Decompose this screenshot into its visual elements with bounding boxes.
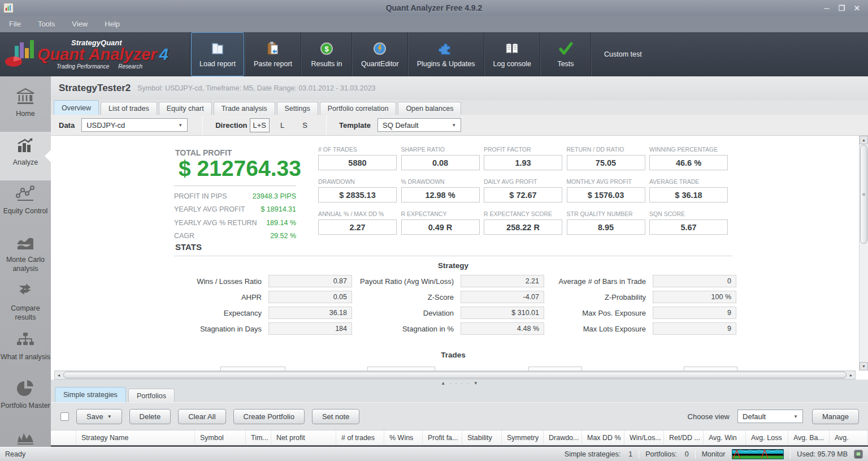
tab-simple-strategies[interactable]: Simple strategies <box>55 387 126 402</box>
column-header[interactable]: Avg. <box>830 430 868 445</box>
tab-portfolios[interactable]: Portfolios <box>128 389 175 402</box>
tab-settings[interactable]: Settings <box>277 102 318 115</box>
sidebar-item-portfolio-master[interactable]: Portfolio Master <box>0 375 51 424</box>
report-tab-bar: Overview List of trades Equity chart Tra… <box>51 100 868 115</box>
column-header[interactable]: Symbol <box>195 430 246 445</box>
horizontal-scrollbar[interactable]: ◄ ► <box>54 370 856 380</box>
tab-portfolio-correlation[interactable]: Portfolio correlation <box>320 102 397 115</box>
direction-option-long-short[interactable]: L+S <box>250 118 270 132</box>
metric-cell: PROFIT FACTOR1.93 <box>484 146 567 170</box>
set-note-button[interactable]: Set note <box>312 409 359 424</box>
direction-option-short[interactable]: S <box>297 119 313 131</box>
vertical-scrollbar[interactable]: ▲ ▼ <box>859 136 868 370</box>
column-header[interactable]: Symmetry <box>502 430 544 445</box>
scrollbar-thumb[interactable] <box>63 372 847 378</box>
column-header[interactable]: Strategy Name <box>76 430 195 445</box>
menu-item-view[interactable]: View <box>72 20 88 28</box>
save-button[interactable]: Save ▼ <box>76 409 122 424</box>
compare-arrows-icon <box>16 283 35 300</box>
template-select[interactable]: SQ Default ▼ <box>377 118 461 132</box>
sidebar-item-home[interactable]: Home <box>0 83 51 132</box>
scroll-left-button[interactable]: ◄ <box>55 371 63 379</box>
garbage-collect-icon[interactable] <box>853 450 863 459</box>
total-profit-value: $ 212764.33 <box>179 156 301 181</box>
custom-test-label[interactable]: Custom test <box>592 32 654 76</box>
divider <box>174 186 296 186</box>
tab-trade-analysis[interactable]: Trade analysis <box>214 102 275 115</box>
scroll-down-button[interactable]: ▼ <box>860 362 868 370</box>
summary-row: PROFIT IN PIPS 23948.3 PIPS <box>174 189 296 203</box>
sidebar-item-partial[interactable] <box>0 424 51 447</box>
tab-overview[interactable]: Overview <box>54 100 99 115</box>
column-header[interactable]: Net profit <box>271 430 336 445</box>
panel-splitter[interactable]: ▲ · · · · ▼ <box>51 380 868 387</box>
sidebar-item-equity-control[interactable]: Equity Control <box>0 180 51 229</box>
column-header[interactable]: Avg. Win <box>704 430 746 445</box>
tab-list-of-trades[interactable]: List of trades <box>101 102 157 115</box>
create-portfolio-button[interactable]: Create Portfolio <box>233 409 305 424</box>
logo-chart-icon <box>5 40 36 67</box>
sidebar-item-monte-carlo[interactable]: Monte Carlo analysis <box>0 229 51 278</box>
check-icon <box>558 41 573 56</box>
metric-cell: WINNING PERCENTAGE46.6 % <box>649 146 732 170</box>
column-header[interactable]: Avg. Loss <box>746 430 788 445</box>
clear-all-button[interactable]: Clear All <box>178 409 225 424</box>
metric-cell: STR QUALITY NUMBER8.95 <box>567 210 650 235</box>
column-header[interactable]: # of trades <box>336 430 384 445</box>
sidebar-item-what-if[interactable]: What If analysis <box>0 326 51 375</box>
metric-cell: # OF TRADES5880 <box>318 146 401 170</box>
equity-line-icon <box>16 186 35 203</box>
paste-report-button[interactable]: Paste report <box>245 32 301 76</box>
quanteditor-button[interactable]: QuantEditor <box>353 32 407 76</box>
scroll-right-button[interactable]: ► <box>847 371 855 379</box>
scrollbar-thumb[interactable] <box>860 145 867 244</box>
column-header[interactable]: Tim... <box>246 430 271 445</box>
close-button[interactable]: ✕ <box>854 4 860 12</box>
menu-item-tools[interactable]: Tools <box>38 20 55 28</box>
filter-separator <box>326 115 327 135</box>
manage-button[interactable]: Manage <box>812 409 859 424</box>
status-separator <box>695 450 696 459</box>
data-select[interactable]: USDJPY-cd ▼ <box>81 118 188 132</box>
scroll-up-button[interactable]: ▲ <box>860 136 868 144</box>
analyze-chart-icon <box>16 137 35 154</box>
column-header[interactable]: Ret/DD ... <box>664 430 704 445</box>
column-header[interactable]: % Wins <box>384 430 423 445</box>
plugins-updates-button[interactable]: Plugins & Updates <box>409 32 484 76</box>
column-header[interactable]: Win/Los... <box>624 430 664 445</box>
sidebar-item-compare-results[interactable]: Compare results <box>0 278 51 326</box>
log-console-button[interactable]: Log console <box>485 32 540 76</box>
column-header[interactable]: Max DD % <box>582 430 624 445</box>
metric-cell: R EXPECTANCY0.49 R <box>401 210 484 235</box>
metric-cell: % DRAWDOWN12.98 % <box>401 178 484 203</box>
metric-cell: ANNUAL % / MAX DD %2.27 <box>318 210 401 235</box>
menu-item-help[interactable]: Help <box>105 20 120 28</box>
load-report-button[interactable]: Load report <box>191 32 244 76</box>
tests-button[interactable]: Tests <box>541 32 591 76</box>
direction-option-long[interactable]: L <box>275 119 289 131</box>
minimize-button[interactable]: ─ <box>824 4 829 12</box>
select-all-checkbox[interactable] <box>60 412 69 421</box>
view-select[interactable]: Default ▼ <box>737 410 803 423</box>
book-icon <box>504 41 520 56</box>
column-header[interactable]: Avg. Ba... <box>788 430 830 445</box>
metric-cell: DRAWDOWN$ 2835.13 <box>318 178 401 203</box>
splitter-grip: · · · · <box>449 380 470 386</box>
column-header[interactable]: Profit fa... <box>423 430 462 445</box>
sidebar-item-analyze[interactable]: Analyze <box>0 132 51 180</box>
results-in-button[interactable]: $ Results in <box>302 32 351 76</box>
strategies-table-header: Strategy Name Symbol Tim... Net profit #… <box>51 430 868 445</box>
tab-open-balances[interactable]: Open balances <box>398 102 461 115</box>
report-header: StrategyTester2 Symbol: USDJPY-cd, Timef… <box>51 76 868 100</box>
main-toolbar: StrategyQuant Quant Analyzer4 Trading Pe… <box>0 32 868 76</box>
menu-item-file[interactable]: File <box>9 20 21 28</box>
tab-equity-chart[interactable]: Equity chart <box>159 102 212 115</box>
column-header[interactable]: Stability <box>462 430 502 445</box>
restore-button[interactable]: ❐ <box>838 4 845 12</box>
splitter-up-icon[interactable]: ▲ <box>441 381 445 386</box>
memory-used-label: Used: 95.79 MB <box>797 450 848 458</box>
delete-button[interactable]: Delete <box>129 409 171 424</box>
splitter-down-icon[interactable]: ▼ <box>474 381 478 386</box>
folder-icon <box>210 41 225 56</box>
column-header[interactable]: Drawdo... <box>544 430 582 445</box>
